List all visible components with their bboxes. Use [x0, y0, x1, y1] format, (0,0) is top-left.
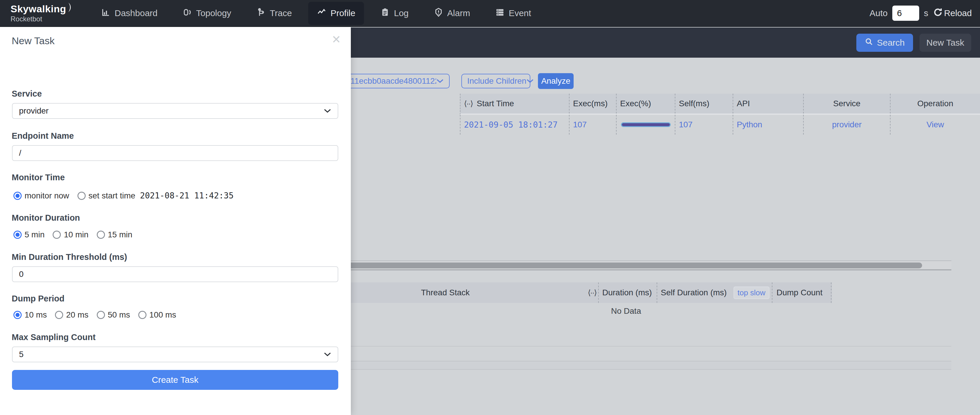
nav-label: Topology [196, 8, 231, 18]
search-label: Search [877, 38, 905, 48]
close-icon[interactable]: ✕ [331, 34, 341, 45]
radio-icon[interactable] [78, 192, 86, 200]
radio-monitor-now[interactable]: monitor now [13, 191, 69, 201]
include-children-select[interactable]: Include Children [461, 74, 530, 88]
create-task-button[interactable]: Create Task [12, 370, 338, 390]
monitor-time-options: monitor now set start time 2021-08-21 11… [13, 191, 234, 201]
exec-progress-track [621, 122, 671, 127]
app-logo: Skywalking Rocketbot [11, 4, 84, 23]
header-duration: Duration (ms) [598, 283, 657, 303]
top-navbar: Skywalking Rocketbot Dashboard Topology … [0, 0, 980, 27]
dump-period-label: Dump Period [12, 294, 64, 303]
view-link[interactable]: View [890, 115, 980, 135]
radio-5min[interactable]: 5 min [13, 230, 45, 239]
radio-icon[interactable] [97, 311, 105, 319]
cell-self-ms: 107 [675, 115, 733, 135]
row-divider [330, 346, 951, 346]
nav-label: Dashboard [115, 8, 158, 18]
min-duration-label: Min Duration Threshold (ms) [12, 252, 127, 262]
new-task-button[interactable]: New Task [920, 34, 972, 52]
radio-icon[interactable] [13, 311, 22, 319]
radio-50ms[interactable]: 50 ms [97, 310, 130, 319]
trace-id-value: e3011ecbb0aacde48001122 [337, 77, 436, 86]
exec-progress-fill [622, 123, 670, 126]
no-data-text: No Data [611, 306, 641, 316]
trace-icon [256, 8, 266, 19]
analyze-button[interactable]: Analyze [538, 73, 574, 89]
service-value: provider [19, 106, 49, 116]
radio-15min[interactable]: 15 min [97, 230, 132, 239]
cell-api: Python [733, 115, 803, 135]
main-nav: Dashboard Topology Trace Profile Log Ala… [92, 2, 540, 25]
reload-label: Reload [944, 8, 972, 18]
radio-icon[interactable] [13, 192, 22, 200]
nav-label: Log [394, 8, 409, 18]
service-select[interactable]: provider [12, 103, 338, 119]
nav-item-trace[interactable]: Trace [248, 2, 301, 25]
radio-set-start-time[interactable]: set start time [78, 191, 135, 201]
radio-icon[interactable] [55, 311, 63, 319]
nav-item-dashboard[interactable]: Dashboard [92, 2, 166, 25]
radio-icon[interactable] [97, 231, 105, 239]
nav-item-topology[interactable]: Topology [174, 2, 240, 25]
endpoint-value: / [19, 148, 21, 158]
radio-10ms[interactable]: 10 ms [13, 310, 47, 319]
auto-interval-input[interactable] [892, 6, 919, 21]
start-time-value[interactable]: 2021-08-21 11:42:35 [140, 191, 234, 201]
header-exec-ms: Exec(ms) [569, 94, 616, 113]
nav-label: Alarm [447, 8, 470, 18]
brand-subtitle: Rocketbot [11, 15, 84, 22]
horizontal-scrollbar-thumb[interactable] [330, 263, 922, 268]
max-sampling-select[interactable]: 5 [12, 346, 338, 362]
new-task-drawer: New Task ✕ Service provider Endpoint Nam… [0, 27, 351, 415]
include-children-value: Include Children [467, 77, 526, 86]
chevron-down-icon [526, 79, 534, 83]
alarm-icon [434, 8, 443, 19]
radio-icon[interactable] [52, 231, 61, 239]
header-operation: Operation [890, 94, 980, 113]
header-dump-count: Dump Count [772, 283, 832, 303]
log-icon [380, 8, 390, 19]
top-slow-button[interactable]: top slow [733, 287, 770, 299]
auto-reload-controls: Auto s Reload [870, 6, 972, 21]
event-icon [495, 8, 504, 19]
endpoint-input[interactable]: / [12, 145, 338, 161]
service-label: Service [12, 89, 42, 99]
reload-button[interactable]: Reload [933, 7, 972, 19]
header-api: API [733, 94, 803, 113]
header-self-duration: Self Duration (ms) top slow [657, 283, 772, 303]
profile-icon [317, 8, 326, 19]
cell-exec-ms: 107 [569, 115, 616, 135]
monitor-duration-options: 5 min 10 min 15 min [13, 230, 141, 239]
nav-item-alarm[interactable]: Alarm [425, 2, 479, 25]
min-duration-input[interactable]: 0 [12, 267, 338, 282]
max-sampling-value: 5 [19, 350, 24, 359]
search-icon [864, 37, 873, 48]
horizontal-scrollbar-track[interactable] [330, 260, 951, 270]
monitor-time-label: Monitor Time [12, 173, 65, 182]
radio-100ms[interactable]: 100 ms [138, 310, 176, 319]
cell-exec-pct [616, 115, 675, 135]
column-resize-icon[interactable]: ⟨··⟩ [464, 99, 473, 108]
max-sampling-label: Max Sampling Count [12, 332, 95, 342]
header-start-time: ⟨··⟩ Start Time [460, 94, 569, 113]
radio-icon[interactable] [13, 231, 22, 239]
stack-table-footer-band [330, 361, 951, 370]
dump-period-options: 10 ms 20 ms 50 ms 100 ms [13, 310, 185, 319]
nav-item-log[interactable]: Log [372, 2, 417, 25]
nav-item-event[interactable]: Event [487, 2, 540, 25]
drawer-title: New Task [12, 35, 55, 46]
span-table-header: ⟨··⟩ Start Time Exec(ms) Exec(%) Self(ms… [460, 94, 980, 115]
brand-name: Skywalking [11, 4, 66, 14]
search-button[interactable]: Search [856, 34, 913, 52]
new-task-label: New Task [926, 38, 964, 48]
column-resize-icon[interactable]: ⟨··⟩ [588, 288, 597, 297]
cell-service: provider [803, 115, 890, 135]
header-service: Service [803, 94, 890, 113]
span-table-row[interactable]: 2021-09-05 18:01:27 107 107 Python provi… [460, 115, 980, 135]
radio-10min[interactable]: 10 min [52, 230, 88, 239]
radio-20ms[interactable]: 20 ms [55, 310, 88, 319]
nav-item-profile[interactable]: Profile [308, 2, 364, 25]
radio-icon[interactable] [138, 311, 146, 319]
moon-logo-icon [67, 2, 75, 15]
